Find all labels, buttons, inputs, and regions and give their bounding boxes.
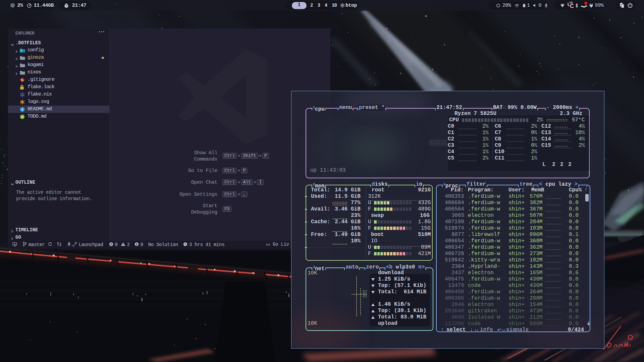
- svg-text:x: x: [525, 4, 526, 6]
